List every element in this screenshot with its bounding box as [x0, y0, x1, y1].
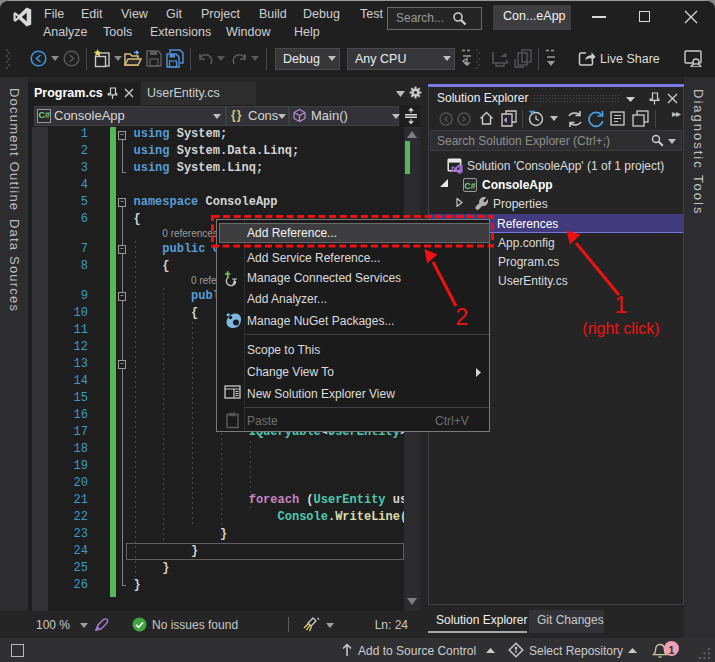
svg-text:2: 2	[456, 304, 469, 330]
svg-text:1: 1	[615, 292, 628, 318]
svg-text:(right click): (right click)	[582, 320, 659, 337]
